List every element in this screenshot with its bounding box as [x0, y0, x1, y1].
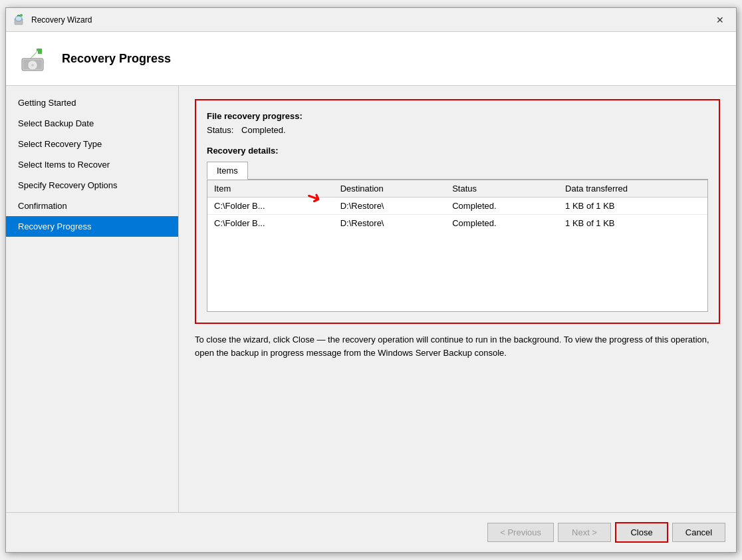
table-header-row: Item Destination Status Data transferred — [207, 180, 707, 198]
sidebar-item-getting-started[interactable]: Getting Started — [6, 92, 178, 113]
next-button[interactable]: Next > — [558, 523, 611, 542]
info-text: To close the wizard, click Close — the r… — [195, 333, 720, 359]
header-title: Recovery Progress — [62, 52, 171, 66]
sidebar-item-select-backup-date[interactable]: Select Backup Date — [6, 113, 178, 134]
sidebar-item-select-recovery-type[interactable]: Select Recovery Type — [6, 134, 178, 154]
table-cell-item: C:\Folder B... — [207, 215, 334, 232]
svg-point-6 — [31, 64, 34, 67]
progress-box: File recovery progress: Status: Complete… — [195, 99, 720, 324]
table-cell-destination: D:\Restore\ — [334, 215, 445, 232]
table-container: Item Destination Status Data transferred… — [207, 180, 708, 312]
status-label: Status: — [207, 125, 233, 135]
col-header-data-transferred: Data transferred — [558, 180, 707, 198]
sidebar-item-specify-recovery-options[interactable]: Specify Recovery Options — [6, 175, 178, 196]
tab-bar: Items — [207, 161, 708, 180]
header-section: Recovery Progress — [6, 32, 736, 86]
table-cell-dataTransferred: 1 KB of 1 KB — [558, 198, 707, 215]
table-cell-status: Completed. — [445, 215, 558, 232]
col-header-item: Item — [207, 180, 334, 198]
sidebar-item-recovery-progress[interactable]: Recovery Progress — [6, 216, 178, 237]
title-bar: Recovery Wizard ✕ — [6, 8, 736, 32]
col-header-status: Status — [445, 180, 558, 198]
table-row: C:\Folder B...D:\Restore\Completed.1 KB … — [207, 198, 707, 215]
title-bar-left: Recovery Wizard — [14, 14, 92, 26]
data-table: Item Destination Status Data transferred… — [207, 180, 707, 231]
dialog-window: Recovery Wizard ✕ Recovery Progress Gett… — [5, 7, 737, 553]
previous-button[interactable]: < Previous — [487, 523, 554, 542]
sidebar-item-select-items-to-recover[interactable]: Select Items to Recover — [6, 154, 178, 175]
table-cell-item: C:\Folder B... — [207, 198, 334, 215]
sidebar-item-confirmation[interactable]: Confirmation — [6, 196, 178, 216]
main-content: Getting Started Select Backup Date Selec… — [6, 86, 736, 512]
title-bar-icon — [14, 14, 26, 26]
footer: < Previous Next > Close Cancel — [6, 512, 736, 552]
table-cell-status: Completed. — [445, 198, 558, 215]
col-header-destination: Destination — [334, 180, 445, 198]
status-value: Completed. — [241, 125, 285, 135]
sidebar: Getting Started Select Backup Date Selec… — [6, 86, 179, 512]
table-row: C:\Folder B...D:\Restore\Completed.1 KB … — [207, 215, 707, 232]
svg-point-1 — [15, 16, 22, 21]
status-line: Status: Completed. — [207, 125, 708, 135]
progress-label: File recovery progress: — [207, 111, 708, 121]
table-empty-space — [207, 231, 707, 311]
cancel-button[interactable]: Cancel — [672, 523, 725, 542]
header-icon — [19, 43, 51, 74]
title-bar-title: Recovery Wizard — [31, 15, 92, 25]
close-button[interactable]: Close — [615, 522, 668, 543]
table-cell-dataTransferred: 1 KB of 1 KB — [558, 215, 707, 232]
content-area: ➜ File recovery progress: Status: Comple… — [179, 86, 736, 512]
table-cell-destination: D:\Restore\ — [334, 198, 445, 215]
recovery-details-label: Recovery details: — [207, 146, 708, 156]
tab-items[interactable]: Items — [207, 162, 248, 180]
title-bar-close-button[interactable]: ✕ — [712, 12, 728, 28]
